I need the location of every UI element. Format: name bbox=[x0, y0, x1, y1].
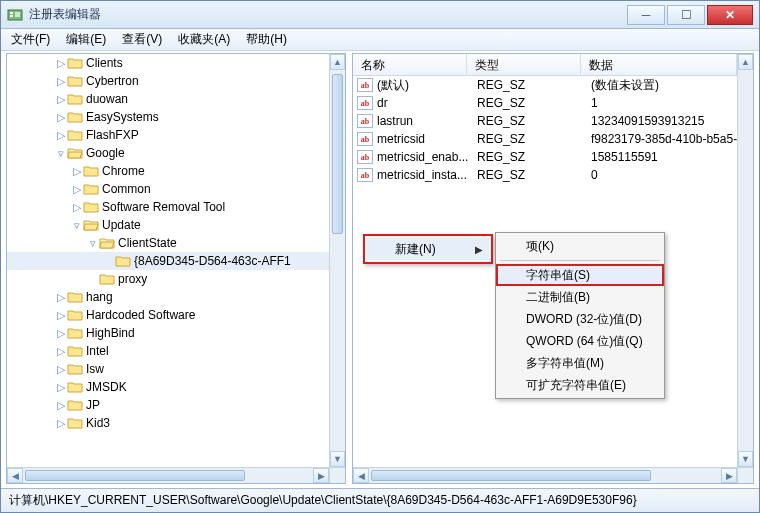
tree-node[interactable]: ▷JMSDK bbox=[7, 378, 329, 396]
scroll-left-icon[interactable]: ◀ bbox=[7, 468, 23, 483]
expand-toggle[interactable]: ▷ bbox=[55, 417, 67, 430]
maximize-button[interactable]: ☐ bbox=[667, 5, 705, 25]
close-button[interactable]: ✕ bbox=[707, 5, 753, 25]
submenu-item-dword[interactable]: DWORD (32-位)值(D) bbox=[498, 308, 662, 330]
expand-toggle[interactable]: ▿ bbox=[55, 147, 67, 160]
submenu-item-key[interactable]: 项(K) bbox=[498, 235, 662, 257]
expand-toggle[interactable] bbox=[87, 273, 99, 285]
list-scrollbar-horizontal[interactable]: ◀ ▶ bbox=[353, 467, 737, 483]
expand-toggle[interactable]: ▷ bbox=[71, 183, 83, 196]
tree-node[interactable]: ▿Update bbox=[7, 216, 329, 234]
scroll-right-icon[interactable]: ▶ bbox=[313, 468, 329, 483]
expand-toggle[interactable]: ▷ bbox=[71, 165, 83, 178]
expand-toggle[interactable]: ▷ bbox=[55, 129, 67, 142]
tree-node[interactable]: ▷duowan bbox=[7, 90, 329, 108]
tree-node[interactable]: ▷Cybertron bbox=[7, 72, 329, 90]
scroll-thumb[interactable] bbox=[332, 74, 343, 234]
scroll-up-icon[interactable]: ▲ bbox=[330, 54, 345, 70]
tree-node[interactable]: ▷Intel bbox=[7, 342, 329, 360]
value-data: 1 bbox=[585, 96, 737, 110]
expand-toggle[interactable]: ▷ bbox=[55, 93, 67, 106]
value-type: REG_SZ bbox=[471, 132, 585, 146]
col-data[interactable]: 数据 bbox=[581, 54, 737, 75]
tree-node[interactable]: ▷Isw bbox=[7, 360, 329, 378]
expand-toggle[interactable]: ▷ bbox=[55, 399, 67, 412]
string-value-icon: ab bbox=[357, 96, 373, 110]
expand-toggle[interactable]: ▷ bbox=[55, 111, 67, 124]
tree-node-label: ClientState bbox=[118, 236, 177, 250]
value-name: metricsid_insta... bbox=[377, 168, 467, 182]
expand-toggle[interactable]: ▷ bbox=[55, 345, 67, 358]
expand-toggle[interactable]: ▿ bbox=[87, 237, 99, 250]
menu-file[interactable]: 文件(F) bbox=[5, 29, 56, 50]
submenu-item-string[interactable]: 字符串值(S) bbox=[496, 264, 664, 286]
minimize-button[interactable]: ─ bbox=[627, 5, 665, 25]
scroll-thumb-h[interactable] bbox=[25, 470, 245, 481]
tree-view[interactable]: ▷Clients▷Cybertron▷duowan▷EasySystems▷Fl… bbox=[7, 54, 329, 467]
tree-node[interactable]: ▷EasySystems bbox=[7, 108, 329, 126]
tree-node[interactable]: ▿ClientState bbox=[7, 234, 329, 252]
tree-scrollbar-vertical[interactable]: ▲ ▼ bbox=[329, 54, 345, 467]
tree-node[interactable]: ▷Software Removal Tool bbox=[7, 198, 329, 216]
scroll-thumb-h[interactable] bbox=[371, 470, 651, 481]
folder-icon bbox=[67, 380, 83, 394]
menu-favorites[interactable]: 收藏夹(A) bbox=[172, 29, 236, 50]
scroll-up-icon[interactable]: ▲ bbox=[738, 54, 753, 70]
menu-view[interactable]: 查看(V) bbox=[116, 29, 168, 50]
submenu-item-binary[interactable]: 二进制值(B) bbox=[498, 286, 662, 308]
tree-node[interactable]: {8A69D345-D564-463c-AFF1 bbox=[7, 252, 329, 270]
tree-node[interactable]: ▷JP bbox=[7, 396, 329, 414]
value-row[interactable]: abmetricsid_insta...REG_SZ0 bbox=[353, 166, 737, 184]
expand-toggle[interactable]: ▷ bbox=[71, 201, 83, 214]
folder-icon bbox=[115, 254, 131, 268]
expand-toggle[interactable]: ▷ bbox=[55, 57, 67, 70]
scroll-down-icon[interactable]: ▼ bbox=[330, 451, 345, 467]
folder-icon bbox=[67, 398, 83, 412]
expand-toggle[interactable]: ▷ bbox=[55, 363, 67, 376]
menu-edit[interactable]: 编辑(E) bbox=[60, 29, 112, 50]
value-row[interactable]: ab(默认)REG_SZ(数值未设置) bbox=[353, 76, 737, 94]
value-row[interactable]: abmetricsid_enab...REG_SZ1585115591 bbox=[353, 148, 737, 166]
tree-node[interactable]: ▷hang bbox=[7, 288, 329, 306]
submenu-item-qword[interactable]: QWORD (64 位)值(Q) bbox=[498, 330, 662, 352]
tree-node[interactable]: ▷Hardcoded Software bbox=[7, 306, 329, 324]
value-row[interactable]: abmetricsidREG_SZf9823179-385d-410b-b5a5… bbox=[353, 130, 737, 148]
folder-open-icon bbox=[67, 146, 83, 160]
tree-node-label: EasySystems bbox=[86, 110, 159, 124]
scroll-down-icon[interactable]: ▼ bbox=[738, 451, 753, 467]
tree-node[interactable]: ▷Clients bbox=[7, 54, 329, 72]
scroll-left-icon[interactable]: ◀ bbox=[353, 468, 369, 483]
value-data: 1585115591 bbox=[585, 150, 737, 164]
value-row[interactable]: abdrREG_SZ1 bbox=[353, 94, 737, 112]
scroll-right-icon[interactable]: ▶ bbox=[721, 468, 737, 483]
tree-node[interactable]: ▷FlashFXP bbox=[7, 126, 329, 144]
tree-node[interactable]: ▷HighBind bbox=[7, 324, 329, 342]
value-type: REG_SZ bbox=[471, 96, 585, 110]
col-type[interactable]: 类型 bbox=[467, 54, 581, 75]
expand-toggle[interactable]: ▷ bbox=[55, 327, 67, 340]
tree-scrollbar-horizontal[interactable]: ◀ ▶ bbox=[7, 467, 329, 483]
tree-node[interactable]: ▷Kid3 bbox=[7, 414, 329, 432]
submenu-item-expand[interactable]: 可扩充字符串值(E) bbox=[498, 374, 662, 396]
tree-node[interactable]: ▷Common bbox=[7, 180, 329, 198]
column-headers[interactable]: 名称 类型 数据 bbox=[353, 54, 737, 76]
expand-toggle[interactable]: ▷ bbox=[55, 381, 67, 394]
expand-toggle[interactable]: ▷ bbox=[55, 75, 67, 88]
submenu-label: 二进制值(B) bbox=[526, 289, 590, 306]
value-row[interactable]: ablastrunREG_SZ13234091593913215 bbox=[353, 112, 737, 130]
expand-toggle[interactable]: ▷ bbox=[55, 291, 67, 304]
tree-node[interactable]: ▿Google bbox=[7, 144, 329, 162]
string-value-icon: ab bbox=[357, 150, 373, 164]
expand-toggle[interactable]: ▿ bbox=[71, 219, 83, 232]
list-scrollbar-vertical[interactable]: ▲ ▼ bbox=[737, 54, 753, 467]
svg-rect-1 bbox=[10, 12, 13, 14]
tree-node-label: JMSDK bbox=[86, 380, 127, 394]
submenu-item-multi[interactable]: 多字符串值(M) bbox=[498, 352, 662, 374]
menu-item-new[interactable]: 新建(N) ▶ bbox=[367, 238, 489, 260]
menu-help[interactable]: 帮助(H) bbox=[240, 29, 293, 50]
expand-toggle[interactable] bbox=[103, 255, 115, 267]
col-name[interactable]: 名称 bbox=[353, 54, 467, 75]
tree-node[interactable]: proxy bbox=[7, 270, 329, 288]
expand-toggle[interactable]: ▷ bbox=[55, 309, 67, 322]
tree-node[interactable]: ▷Chrome bbox=[7, 162, 329, 180]
